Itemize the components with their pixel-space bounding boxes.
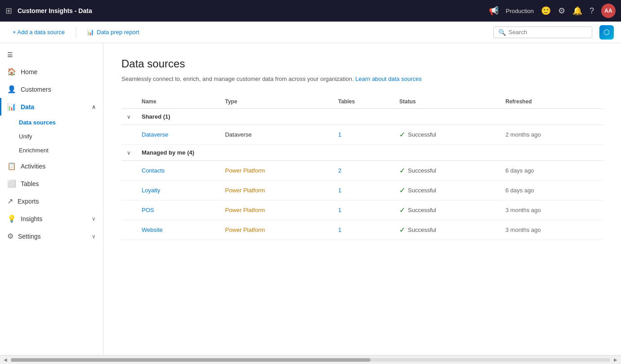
row-type: Power Platform — [219, 220, 332, 240]
tables-icon: ⬜ — [7, 179, 16, 188]
row-tables: 1 — [333, 200, 394, 220]
sidebar-menu-toggle[interactable]: ☰ — [0, 47, 103, 63]
topbar: ⊞ Customer Insights - Data 📢 Production … — [0, 0, 621, 22]
source-name-link[interactable]: Contacts — [142, 167, 165, 174]
scroll-track[interactable] — [11, 358, 610, 362]
sidebar-item-tables[interactable]: ⬜ Tables — [0, 175, 103, 192]
activities-icon: 📋 — [7, 162, 16, 170]
data-prep-report-button[interactable]: 📊 Data prep report — [81, 26, 145, 38]
page-description: Seamlessly connect to, enrich, and manag… — [121, 75, 603, 82]
col-tables: Tables — [333, 95, 394, 109]
source-name-link[interactable]: POS — [142, 207, 154, 213]
status-icon: ✓ — [399, 226, 405, 234]
group-name: Managed by me (4) — [136, 145, 603, 161]
toolbar-divider — [76, 27, 76, 38]
emoji-icon[interactable]: 🙂 — [541, 6, 551, 16]
bell-icon[interactable]: 🔔 — [572, 6, 582, 16]
source-name-link[interactable]: Dataverse — [142, 131, 168, 138]
scroll-right-arrow[interactable]: ▶ — [612, 356, 619, 363]
table-row: Website Power Platform 1 ✓ Successful 3 … — [121, 220, 603, 240]
search-input[interactable] — [509, 29, 587, 36]
insights-chevron-icon: ∨ — [92, 216, 96, 222]
sidebar-item-exports-label: Exports — [18, 198, 39, 205]
source-name-link[interactable]: Loyalty — [142, 187, 160, 194]
topbar-right: 📢 Production 🙂 ⚙ 🔔 ? AA — [489, 4, 616, 18]
sidebar-item-settings-label: Settings — [18, 233, 41, 240]
row-refreshed: 6 days ago — [500, 181, 603, 200]
row-type: Dataverse — [219, 125, 332, 145]
main-content: Data sources Seamlessly connect to, enri… — [103, 43, 621, 355]
row-tables: 1 — [333, 220, 394, 240]
status-icon: ✓ — [399, 186, 405, 195]
menu-icon: ☰ — [7, 51, 13, 58]
sidebar-sub-unify-label: Unify — [19, 133, 32, 140]
help-icon[interactable]: ? — [590, 6, 594, 16]
toolbar: + Add a data source 📊 Data prep report 🔍… — [0, 22, 621, 43]
sidebar-sub-enrichment-label: Enrichment — [19, 147, 49, 154]
row-expand-cell — [121, 181, 136, 200]
row-tables: 1 — [333, 125, 394, 145]
env-selector[interactable]: Production — [506, 8, 534, 14]
app-title: Customer Insights - Data — [18, 7, 483, 14]
home-icon: 🏠 — [7, 67, 16, 76]
search-icon: 🔍 — [498, 29, 506, 36]
col-type: Type — [219, 95, 332, 109]
customers-icon: 👤 — [7, 85, 16, 93]
grid-icon[interactable]: ⊞ — [5, 6, 12, 16]
table-row: POS Power Platform 1 ✓ Successful 3 mont… — [121, 200, 603, 220]
data-chevron-icon: ∧ — [92, 104, 96, 110]
settings-icon[interactable]: ⚙ — [558, 6, 565, 16]
sidebar-item-tables-label: Tables — [21, 180, 39, 187]
add-data-source-button[interactable]: + Add a data source — [7, 26, 70, 38]
announcement-icon[interactable]: 📢 — [489, 6, 499, 16]
row-refreshed: 6 days ago — [500, 161, 603, 181]
sidebar-item-home-label: Home — [21, 68, 37, 75]
group-name: Shared (1) — [136, 109, 603, 125]
avatar[interactable]: AA — [601, 4, 616, 18]
sidebar-item-exports[interactable]: ↗ Exports — [0, 192, 103, 210]
row-name: POS — [136, 200, 219, 220]
status-label: Successful — [408, 131, 436, 138]
page-title: Data sources — [121, 58, 603, 70]
data-prep-label: Data prep report — [97, 29, 139, 36]
sidebar-item-insights[interactable]: 💡 Insights ∨ — [0, 210, 103, 227]
exports-icon: ↗ — [7, 197, 13, 205]
scroll-thumb — [11, 358, 371, 362]
sidebar-item-activities[interactable]: 📋 Activities — [0, 157, 103, 175]
sidebar-sub-enrichment[interactable]: Enrichment — [0, 143, 103, 157]
row-tables: 1 — [333, 181, 394, 200]
sidebar-item-data[interactable]: 📊 Data ∧ — [0, 98, 103, 115]
page-desc-text: Seamlessly connect to, enrich, and manag… — [121, 75, 354, 82]
group-expand-button[interactable]: ∨ — [127, 150, 131, 156]
sidebar-item-customers[interactable]: 👤 Customers — [0, 80, 103, 98]
col-name: Name — [136, 95, 219, 109]
sidebar-item-home[interactable]: 🏠 Home — [0, 63, 103, 80]
status-label: Successful — [408, 167, 436, 174]
group-expand-button[interactable]: ∨ — [127, 114, 131, 120]
row-refreshed: 3 months ago — [500, 220, 603, 240]
sidebar-item-activities-label: Activities — [21, 163, 45, 170]
row-status: ✓ Successful — [394, 181, 500, 200]
app-logo[interactable]: ⬡ — [599, 25, 614, 40]
env-label: Production — [506, 8, 534, 14]
status-icon: ✓ — [399, 166, 405, 175]
settings-chevron-icon: ∨ — [92, 233, 96, 240]
sidebar-sub-data-sources-label: Data sources — [19, 119, 56, 126]
source-name-link[interactable]: Website — [142, 226, 163, 233]
row-status: ✓ Successful — [394, 220, 500, 240]
sidebar-item-settings[interactable]: ⚙ Settings ∨ — [0, 227, 103, 245]
row-refreshed: 3 months ago — [500, 200, 603, 220]
learn-more-link[interactable]: Learn about data sources — [355, 75, 421, 82]
table-row: Loyalty Power Platform 1 ✓ Successful 6 … — [121, 181, 603, 200]
row-refreshed: 2 months ago — [500, 125, 603, 145]
scroll-left-arrow[interactable]: ◀ — [2, 356, 9, 363]
layout: ☰ 🏠 Home 👤 Customers 📊 Data ∧ Data sourc… — [0, 43, 621, 355]
report-icon: 📊 — [87, 29, 94, 36]
col-refreshed: Refreshed — [500, 95, 603, 109]
row-name: Dataverse — [136, 125, 219, 145]
row-type: Power Platform — [219, 161, 332, 181]
col-expand — [121, 95, 136, 109]
sidebar-sub-data-sources[interactable]: Data sources — [0, 115, 103, 129]
sidebar-sub-unify[interactable]: Unify — [0, 129, 103, 143]
table-row: Dataverse Dataverse 1 ✓ Successful 2 mon… — [121, 125, 603, 145]
